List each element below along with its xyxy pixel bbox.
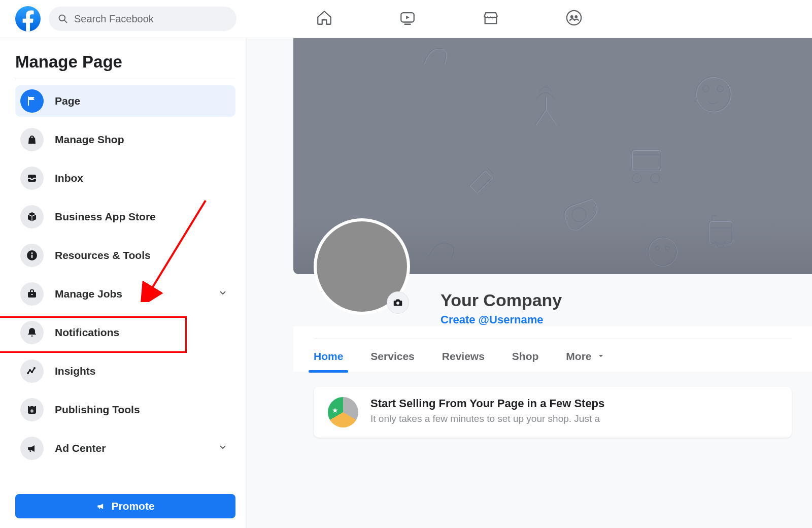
sidebar-item-label: Manage Jobs xyxy=(55,288,122,300)
chevron-down-icon xyxy=(218,288,227,300)
sidebar-item-label: Inbox xyxy=(55,172,83,184)
sidebar-item-resources-tools[interactable]: Resources & Tools xyxy=(15,240,235,271)
profile-picture-wrap xyxy=(314,218,410,315)
caret-down-icon xyxy=(597,352,604,359)
tab-home[interactable]: Home xyxy=(314,350,343,372)
page-title: Your Company xyxy=(441,290,792,310)
bell-icon xyxy=(20,321,44,344)
activity-icon xyxy=(20,359,44,383)
sidebar-item-manage-shop[interactable]: Manage Shop xyxy=(15,124,235,155)
svg-rect-11 xyxy=(31,255,33,258)
sidebar-item-page[interactable]: Page xyxy=(15,85,235,117)
sidebar-item-label: Ad Center xyxy=(55,442,106,454)
svg-point-6 xyxy=(574,15,578,18)
sidebar-item-ad-center[interactable]: Ad Center xyxy=(15,433,235,464)
svg-point-4 xyxy=(567,11,581,25)
facebook-logo[interactable] xyxy=(15,6,41,31)
top-bar: Search Facebook xyxy=(0,0,812,38)
tray-icon xyxy=(20,167,44,190)
svg-point-37 xyxy=(396,302,399,305)
calendar-plus-icon xyxy=(20,398,44,421)
card-subtitle: It only takes a few minutes to set up yo… xyxy=(370,413,604,424)
svg-rect-13 xyxy=(31,294,33,295)
flag-icon xyxy=(20,89,44,113)
sidebar-item-business-app-store[interactable]: Business App Store xyxy=(15,201,235,233)
tab-label: More xyxy=(566,350,591,362)
sidebar-item-notifications[interactable]: Notifications xyxy=(15,317,235,348)
bullhorn-icon xyxy=(20,437,44,460)
main-content: Your Company Create @Username Home Servi… xyxy=(247,38,812,528)
nav-marketplace[interactable] xyxy=(482,9,499,28)
search-placeholder: Search Facebook xyxy=(74,13,154,25)
promote-button[interactable]: Promote xyxy=(15,494,235,518)
shop-badge-icon xyxy=(328,397,358,427)
tab-shop[interactable]: Shop xyxy=(512,350,539,372)
nav-home[interactable] xyxy=(316,9,333,28)
svg-point-29 xyxy=(648,237,676,266)
info-icon xyxy=(20,244,44,267)
sidebar-item-label: Manage Shop xyxy=(55,134,124,146)
chevron-down-icon xyxy=(218,443,227,454)
sidebar-item-label: Publishing Tools xyxy=(55,404,140,416)
sidebar-menu: Page Manage Shop Inbox Business App Stor… xyxy=(15,85,235,485)
svg-point-15 xyxy=(29,369,31,371)
svg-rect-34 xyxy=(633,151,661,171)
svg-point-31 xyxy=(665,246,669,250)
search-input[interactable]: Search Facebook xyxy=(49,7,236,31)
cube-icon xyxy=(20,205,44,228)
profile-header: Your Company Create @Username xyxy=(293,274,812,326)
svg-point-14 xyxy=(27,372,29,374)
svg-point-17 xyxy=(33,367,36,369)
sidebar-item-insights[interactable]: Insights xyxy=(15,355,235,387)
facebook-f-icon xyxy=(20,8,36,31)
sidebar-item-publishing-tools[interactable]: Publishing Tools xyxy=(15,394,235,425)
tab-label: Services xyxy=(370,350,414,362)
sidebar-item-label: Business App Store xyxy=(55,211,156,223)
divider xyxy=(15,79,235,79)
tab-label: Home xyxy=(314,350,343,362)
start-selling-card[interactable]: Start Selling From Your Page in a Few St… xyxy=(314,387,792,438)
create-username-link[interactable]: Create @Username xyxy=(441,313,543,326)
home-icon xyxy=(316,9,333,26)
svg-point-35 xyxy=(649,238,678,267)
tab-label: Shop xyxy=(512,350,539,362)
nav-groups[interactable] xyxy=(565,9,583,28)
marketplace-icon xyxy=(482,9,499,26)
svg-point-5 xyxy=(570,15,573,18)
sidebar: Manage Page Page Manage Shop Inbox xyxy=(0,38,247,528)
svg-rect-36 xyxy=(710,222,732,244)
page-body: Manage Page Page Manage Shop Inbox xyxy=(0,38,812,528)
svg-point-10 xyxy=(31,252,32,254)
svg-point-27 xyxy=(632,174,641,183)
nav-watch[interactable] xyxy=(399,9,416,28)
tab-services[interactable]: Services xyxy=(370,350,414,372)
update-photo-button[interactable] xyxy=(387,291,409,314)
tab-more[interactable]: More xyxy=(566,350,604,372)
svg-point-25 xyxy=(717,86,723,92)
promote-label: Promote xyxy=(111,500,154,512)
card-title: Start Selling From Your Page in a Few St… xyxy=(370,397,604,410)
sidebar-title: Manage Page xyxy=(15,52,235,72)
svg-rect-19 xyxy=(28,406,36,409)
watch-icon xyxy=(399,9,416,26)
sidebar-item-label: Page xyxy=(55,95,80,107)
tab-label: Reviews xyxy=(442,350,485,362)
svg-point-16 xyxy=(31,371,33,373)
svg-point-33 xyxy=(697,78,731,112)
bullhorn-icon xyxy=(96,501,106,511)
svg-rect-32 xyxy=(709,221,731,243)
groups-icon xyxy=(565,9,583,26)
page-tabs: Home Services Reviews Shop More xyxy=(293,326,812,372)
sidebar-item-manage-jobs[interactable]: Manage Jobs xyxy=(15,278,235,310)
svg-line-1 xyxy=(64,20,67,23)
sidebar-item-label: Insights xyxy=(55,365,96,377)
svg-point-28 xyxy=(651,174,660,183)
sidebar-item-label: Resources & Tools xyxy=(55,249,151,261)
sidebar-item-inbox[interactable]: Inbox xyxy=(15,162,235,194)
tab-reviews[interactable]: Reviews xyxy=(442,350,485,372)
briefcase-icon xyxy=(20,282,44,306)
bag-icon xyxy=(20,128,44,151)
camera-icon xyxy=(392,297,403,308)
sidebar-item-label: Notifications xyxy=(55,326,119,339)
top-nav xyxy=(245,9,797,28)
